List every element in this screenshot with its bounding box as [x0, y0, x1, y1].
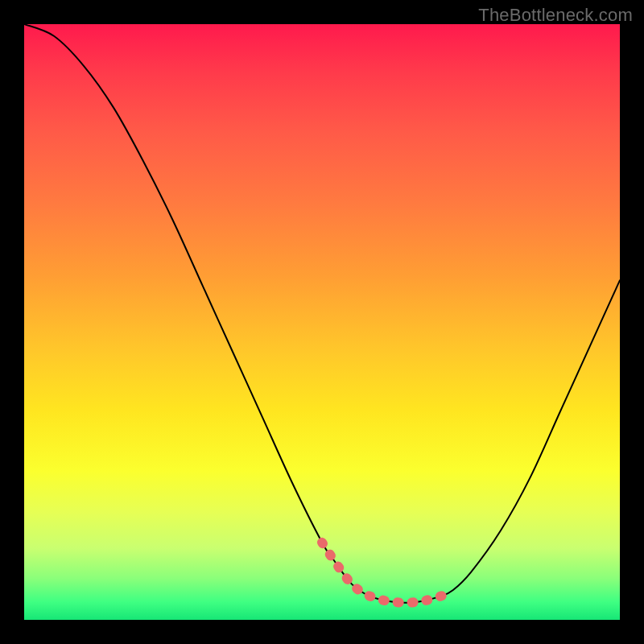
- chart-frame: TheBottleneck.com: [0, 0, 644, 644]
- chart-svg: [24, 24, 620, 620]
- watermark-text: TheBottleneck.com: [478, 5, 633, 26]
- bottleneck-curve-path: [24, 24, 620, 603]
- plot-area: [24, 24, 620, 620]
